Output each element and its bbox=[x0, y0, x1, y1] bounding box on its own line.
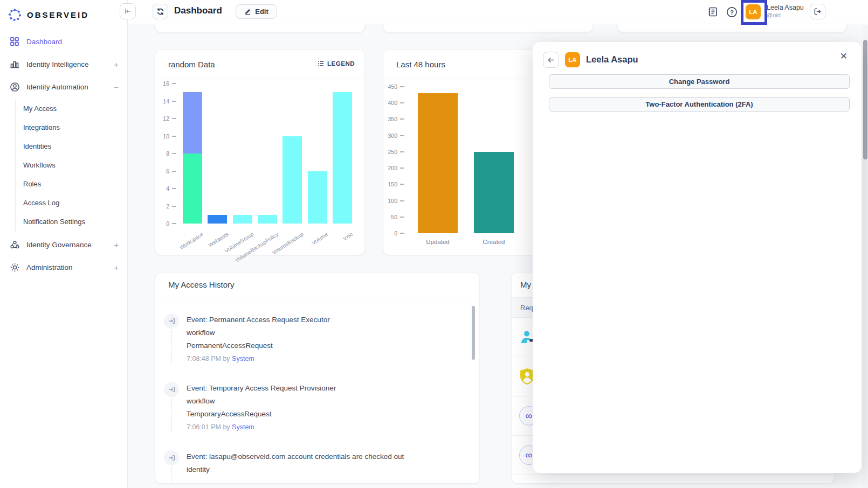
sidebar-item-label: Identity Governance bbox=[26, 241, 92, 249]
collapse-minus-icon[interactable]: − bbox=[114, 82, 119, 92]
legend-list-icon bbox=[318, 60, 324, 67]
edit-button-label: Edit bbox=[255, 8, 268, 16]
sidebar-item-administration[interactable]: Administration + bbox=[0, 256, 127, 278]
grid-icon bbox=[9, 36, 20, 47]
bar-volumebackup bbox=[283, 83, 302, 224]
edit-button[interactable]: Edit bbox=[236, 4, 277, 19]
page-scrollbar-thumb[interactable] bbox=[863, 40, 867, 159]
partial-card-top-right bbox=[617, 24, 846, 33]
bar-chart-icon bbox=[9, 59, 20, 69]
sidebar-item-identity-intelligence[interactable]: Identity Intelligence + bbox=[0, 53, 127, 75]
legend-button-label: LEGEND bbox=[327, 60, 355, 67]
y-axis-tick: 450 bbox=[388, 83, 408, 90]
collapse-left-icon bbox=[124, 8, 132, 15]
user-avatar[interactable]: LA bbox=[746, 4, 761, 19]
card-header: My Access History bbox=[155, 273, 479, 297]
timeline-connector bbox=[171, 399, 172, 431]
event-actor-link[interactable]: System bbox=[232, 355, 254, 362]
logout-button[interactable] bbox=[810, 4, 825, 19]
y-axis-tick: 14 bbox=[163, 98, 180, 104]
arrow-left-icon bbox=[547, 56, 555, 64]
access-history-title: My Access History bbox=[168, 280, 235, 289]
bar-updated bbox=[418, 87, 458, 233]
event-title: Event: lasapu@observeid.com account cred… bbox=[187, 450, 404, 463]
sidebar-item-label: Identity Intelligence bbox=[26, 60, 89, 68]
bars-group bbox=[180, 83, 355, 224]
access-history-scrollbar[interactable] bbox=[472, 306, 475, 360]
sidebar-item-roles[interactable]: Roles bbox=[23, 175, 127, 193]
event-by-label: by bbox=[223, 423, 230, 431]
two-factor-auth-button[interactable]: Two-Factor Authentication (2FA) bbox=[549, 97, 850, 111]
plot-area: 0246810121416 bbox=[180, 83, 355, 224]
sidebar-item-integrations[interactable]: Integrations bbox=[23, 118, 127, 137]
sidebar-item-identities[interactable]: Identities bbox=[23, 137, 127, 156]
sidebar-item-notification-settings[interactable]: Notification Settings bbox=[23, 212, 127, 231]
sidebar-item-identity-automation[interactable]: Identity Automation − bbox=[0, 75, 127, 98]
access-history-event[interactable]: Event: Permanent Access Request Executor… bbox=[164, 313, 466, 365]
login-icon bbox=[164, 313, 179, 329]
sidebar-collapse-button[interactable] bbox=[120, 3, 136, 19]
sidebar-item-access-log[interactable]: Access Log bbox=[23, 193, 127, 212]
legend-button[interactable]: LEGEND bbox=[318, 60, 355, 67]
help-button[interactable]: ? bbox=[726, 6, 738, 18]
event-object: TemporaryAccessRequest bbox=[187, 408, 336, 421]
observeid-logo-icon bbox=[8, 8, 22, 22]
y-axis-tick: 4 bbox=[166, 185, 180, 192]
x-axis-label: Updated bbox=[426, 239, 449, 245]
event-rail bbox=[164, 450, 179, 476]
header-user-name: Leela Asapu bbox=[767, 4, 804, 11]
help-icon: ? bbox=[726, 6, 738, 18]
y-axis-tick: 8 bbox=[166, 150, 180, 157]
event-by-label: by bbox=[223, 355, 230, 362]
timeline-connector bbox=[171, 468, 172, 484]
change-password-button[interactable]: Change Password bbox=[549, 74, 850, 89]
x-axis-label: Volume bbox=[311, 231, 329, 246]
x-axis-labels: WorkspaceWebtestsVolumeGroupVolumeBackup… bbox=[180, 228, 355, 258]
event-type: workflow bbox=[187, 395, 336, 408]
sidebar: OBSERVEID Dashboard Identity Intelligenc… bbox=[0, 0, 128, 488]
audit-log-button[interactable] bbox=[707, 6, 719, 18]
y-axis-tick: 6 bbox=[166, 168, 180, 175]
gear-icon bbox=[9, 262, 20, 273]
profile-avatar: LA bbox=[565, 52, 580, 67]
access-history-event[interactable]: Event: lasapu@observeid.com account cred… bbox=[164, 450, 466, 476]
refresh-button[interactable] bbox=[153, 4, 168, 19]
expand-plus-icon[interactable]: + bbox=[114, 240, 119, 249]
sidebar-item-label: Dashboard bbox=[26, 38, 62, 46]
sidebar-item-label: Roles bbox=[23, 180, 41, 188]
identity-automation-submenu: My Access Integrations Identities Workfl… bbox=[15, 99, 127, 231]
sidebar-item-workflows[interactable]: Workflows bbox=[23, 156, 127, 175]
x-axis-label: Workspace bbox=[178, 231, 204, 250]
refresh-icon bbox=[156, 8, 164, 16]
header-user-handle: @oid bbox=[767, 12, 781, 18]
access-history-list: Event: Permanent Access Request Executor… bbox=[164, 313, 466, 484]
bar-created bbox=[474, 87, 514, 233]
pencil-icon bbox=[244, 8, 251, 15]
y-axis-tick: 200 bbox=[388, 165, 408, 171]
event-time: 7:08:48 PM bbox=[187, 355, 221, 362]
y-axis-tick: 300 bbox=[388, 133, 408, 139]
close-icon[interactable]: ✕ bbox=[840, 51, 848, 62]
sidebar-item-label: Notification Settings bbox=[23, 218, 85, 226]
expand-plus-icon[interactable]: + bbox=[114, 60, 119, 69]
sidebar-item-identity-governance[interactable]: Identity Governance + bbox=[0, 233, 127, 256]
access-history-event[interactable]: Event: Temporary Access Request Provisio… bbox=[164, 382, 466, 434]
chart-title: Last 48 hours bbox=[396, 60, 445, 69]
event-actor-link[interactable]: System bbox=[232, 423, 254, 431]
y-axis-tick: 0 bbox=[166, 220, 180, 227]
back-button[interactable] bbox=[543, 52, 559, 68]
login-icon bbox=[164, 382, 179, 397]
page-scrollbar-track[interactable] bbox=[863, 25, 868, 488]
chart-title: random Data bbox=[168, 60, 215, 69]
sidebar-item-label: Identities bbox=[23, 142, 51, 150]
sidebar-item-dashboard[interactable]: Dashboard bbox=[0, 30, 127, 53]
sidebar-item-label: My Access bbox=[23, 104, 57, 113]
bar-workspace bbox=[183, 83, 202, 224]
event-object: PermanentAccessRequest bbox=[187, 339, 330, 352]
expand-plus-icon[interactable]: + bbox=[114, 263, 119, 272]
y-axis-tick: 350 bbox=[388, 116, 408, 122]
y-axis-tick: 0 bbox=[394, 230, 408, 236]
sidebar-item-my-access[interactable]: My Access bbox=[23, 99, 127, 118]
svg-text:?: ? bbox=[730, 9, 734, 15]
page-title: Dashboard bbox=[174, 5, 222, 16]
